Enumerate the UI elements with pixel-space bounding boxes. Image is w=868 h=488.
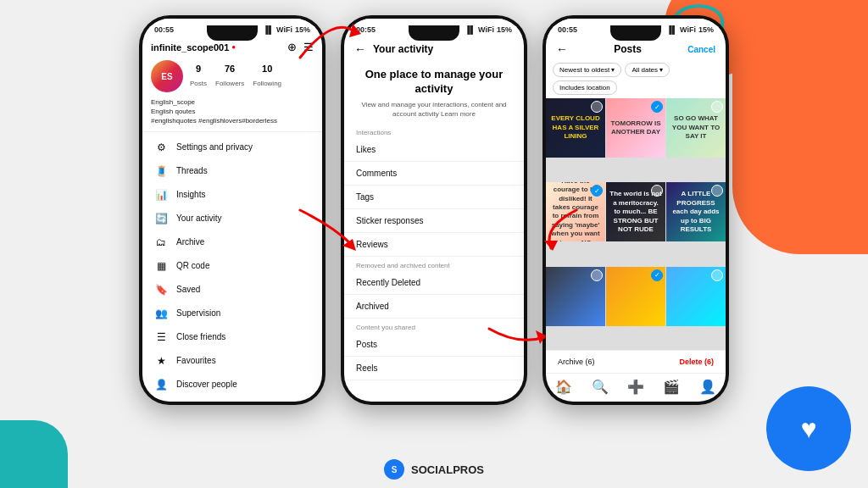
close-friends-icon: ☰ (154, 331, 168, 343)
posts-cancel-button[interactable]: Cancel (687, 45, 715, 54)
post-checkbox-1[interactable] (591, 101, 603, 113)
menu-qr[interactable]: ▦ QR code (142, 254, 322, 278)
nav-profile[interactable]: 👤 (699, 379, 716, 395)
content-label: Content you shared (344, 319, 524, 333)
phone2-notch (409, 25, 459, 41)
menu-close-friends[interactable]: ☰ Close friends (142, 325, 322, 349)
favourites-icon: ★ (154, 355, 168, 367)
menu-insights[interactable]: 📊 Insights (142, 183, 322, 207)
insights-icon: 📊 (154, 189, 168, 201)
nav-add[interactable]: ➕ (627, 379, 644, 395)
posts-title: Posts (614, 43, 642, 55)
nav-home[interactable]: 🏠 (555, 379, 572, 395)
activity-tags[interactable]: Tags (344, 186, 524, 209)
phone3-time: 00:55 (558, 25, 577, 34)
bottom-nav: 🏠 🔍 ➕ 🎬 👤 (546, 373, 726, 402)
main-content: 00:55 ▐▌ WiFi 15% infinite_scope001 ● (0, 0, 868, 488)
menu-icon[interactable]: ☰ (303, 41, 314, 53)
stat-followers: 76 Followers (215, 64, 244, 89)
phones-container: 00:55 ▐▌ WiFi 15% infinite_scope001 ● (139, 0, 729, 452)
activity-hero: One place to manage your activity View a… (344, 59, 524, 124)
phone3-status-icons: ▐▌ WiFi 15% (666, 25, 714, 34)
post-cell-6[interactable]: A LITTLE PROGRESS each day adds up to BI… (666, 182, 726, 241)
discover-icon: 👤 (154, 379, 168, 391)
activity-recently-deleted[interactable]: Recently Deleted (344, 271, 524, 295)
qr-icon: ▦ (154, 260, 168, 272)
activity-title: Your activity (373, 43, 433, 55)
post-checkbox-9[interactable] (711, 269, 723, 281)
phone2-time: 00:55 (356, 25, 376, 34)
profile-stats: 9 Posts 76 Followers 10 Following (190, 64, 281, 89)
phone1-wrapper: 00:55 ▐▌ WiFi 15% infinite_scope001 ● (139, 15, 326, 405)
back-button[interactable]: ← (354, 42, 366, 56)
post-checkbox-7[interactable] (591, 269, 603, 281)
menu-list: ⚙ Settings and privacy 🧵 Threads 📊 Insig… (142, 134, 322, 402)
settings-icon: ⚙ (154, 141, 168, 153)
activity-reviews[interactable]: Reviews (344, 233, 524, 257)
brand-footer: S SOCIALPROS (384, 452, 484, 488)
post-cell-1[interactable]: EVERY CLOUD HAS A SILVER LINING (546, 98, 605, 158)
phone1-notch (207, 25, 258, 41)
profile-header-icons: ⊕ ☰ (287, 41, 314, 53)
phone2-wrapper: 00:55 ▐▌ WiFi 15% ← Your activity (341, 15, 527, 405)
stat-following: 10 Following (253, 64, 281, 89)
post-cell-5[interactable]: The world is not a meritocracy. to much.… (606, 182, 665, 241)
menu-discover[interactable]: 👤 Discover people (142, 373, 322, 396)
posts-footer: Archive (6) Delete (6) (546, 350, 726, 373)
post-cell-2[interactable]: TOMORROW IS ANOTHER DAY ✓ (606, 98, 665, 158)
posts-back-button[interactable]: ← (556, 42, 568, 56)
menu-your-activity[interactable]: 🔄 Your activity (142, 207, 322, 230)
phone2-status-icons: ▐▌ WiFi 15% (465, 25, 512, 34)
post-cell-4[interactable]: Have the courage to be disliked! It take… (546, 182, 605, 241)
activity-icon: 🔄 (154, 213, 168, 225)
activity-sticker[interactable]: Sticker responses (344, 209, 524, 233)
menu-favourites[interactable]: ★ Favourites (142, 349, 322, 373)
posts-grid: EVERY CLOUD HAS A SILVER LINING TOMORROW… (546, 98, 726, 350)
phone1-screen: 00:55 ▐▌ WiFi 15% infinite_scope001 ● (142, 19, 322, 402)
menu-threads[interactable]: 🧵 Threads (142, 159, 322, 183)
activity-reels[interactable]: Reels (344, 357, 524, 380)
filter-location[interactable]: Includes location (553, 80, 617, 95)
activity-archived[interactable]: Archived (344, 295, 524, 319)
activity-comments[interactable]: Comments (344, 162, 524, 186)
archive-button[interactable]: Archive (6) (558, 358, 595, 366)
post-cell-3[interactable]: SO GO WHAT YOU WANT TO SAY IT (666, 98, 726, 158)
phone3: 00:55 ▐▌ WiFi 15% ← Posts Cancel (542, 15, 729, 405)
phone1: 00:55 ▐▌ WiFi 15% infinite_scope001 ● (139, 15, 326, 405)
threads-icon: 🧵 (154, 165, 168, 177)
activity-likes[interactable]: Likes (344, 138, 524, 162)
menu-settings[interactable]: ⚙ Settings and privacy (142, 136, 322, 159)
add-icon[interactable]: ⊕ (287, 41, 297, 53)
saved-icon: 🔖 (154, 284, 168, 296)
phone3-notch (610, 25, 661, 41)
phone1-signal: ▐▌ (263, 25, 274, 34)
phone1-battery: 15% (295, 25, 310, 34)
stat-posts: 9 Posts (190, 64, 207, 89)
post-cell-9[interactable] (666, 267, 726, 326)
menu-supervision[interactable]: 👥 Supervision (142, 302, 322, 325)
post-checkbox-2[interactable]: ✓ (651, 101, 663, 113)
phone1-status-icons: ▐▌ WiFi 15% (263, 25, 310, 34)
brand-logo: S (384, 459, 404, 480)
phone2-screen: 00:55 ▐▌ WiFi 15% ← Your activity (344, 19, 524, 402)
profile-username: infinite_scope001 ● (151, 42, 236, 53)
phone2: 00:55 ▐▌ WiFi 15% ← Your activity (341, 15, 527, 405)
filter-date-order[interactable]: Newest to oldest ▾ (553, 63, 621, 77)
profile-info: ES 9 Posts 76 Followers (142, 57, 322, 96)
menu-saved[interactable]: 🔖 Saved (142, 278, 322, 302)
post-checkbox-3[interactable] (711, 101, 723, 113)
phone3-wrapper: 00:55 ▐▌ WiFi 15% ← Posts Cancel (542, 15, 729, 405)
online-dot: ● (231, 43, 236, 51)
activity-posts[interactable]: Posts (344, 333, 524, 357)
phone3-screen: 00:55 ▐▌ WiFi 15% ← Posts Cancel (546, 19, 726, 402)
menu-archive[interactable]: 🗂 Archive (142, 230, 322, 254)
nav-reels[interactable]: 🎬 (663, 379, 680, 395)
post-cell-8[interactable]: ✓ (606, 267, 665, 326)
nav-search[interactable]: 🔍 (592, 379, 609, 395)
filter-all-dates[interactable]: All dates ▾ (625, 63, 670, 77)
brand-name: SOCIALPROS (411, 463, 484, 476)
activity-hero-title: One place to manage your activity (356, 68, 512, 97)
delete-button[interactable]: Delete (6) (679, 358, 714, 366)
post-checkbox-8[interactable]: ✓ (651, 269, 663, 281)
post-cell-7[interactable] (546, 267, 605, 326)
